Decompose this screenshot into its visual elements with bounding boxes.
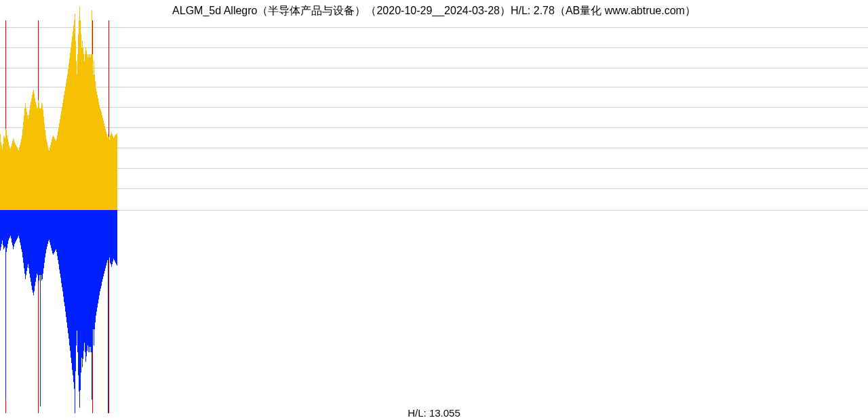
chart-title: ALGM_5d Allegro（半导体产品与设备）（2020-10-29__20… (0, 4, 868, 18)
chart-footer: H/L: 13.055 (0, 407, 868, 419)
bar-lower (117, 210, 117, 266)
chart-area (0, 0, 868, 420)
bar-upper (117, 133, 117, 210)
chart-bars (0, 0, 868, 420)
